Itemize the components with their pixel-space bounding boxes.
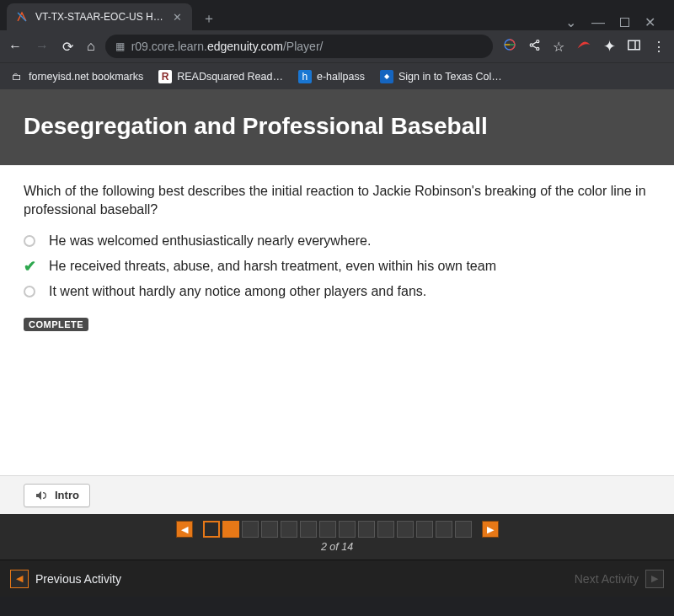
folder-icon: 🗀 <box>10 70 24 83</box>
bookmark-ehallpass[interactable]: h e-hallpass <box>298 70 365 83</box>
svg-rect-4 <box>629 40 640 50</box>
answer-option-b[interactable]: ✔ He received threats, abuse, and harsh … <box>24 257 650 276</box>
page-indicator-7[interactable] <box>319 521 336 538</box>
lesson-header: Desegregation and Professional Baseball <box>0 89 674 165</box>
browser-toolbar: ← → ⟳ ⌂ ▦ r09.core.learn.edgenuity.com/P… <box>0 30 674 62</box>
radio-icon <box>24 235 35 247</box>
site-info-icon[interactable]: ▦ <box>115 40 125 52</box>
page-indicator-3[interactable] <box>242 521 259 538</box>
chevron-right-icon: ▶ <box>645 570 664 588</box>
page-indicator-1[interactable] <box>203 521 220 538</box>
page-indicator-6[interactable] <box>300 521 317 538</box>
extensions-icon[interactable]: ✦ <box>603 37 616 56</box>
question-panel: Which of the following best describes th… <box>0 165 674 475</box>
page-navigator: ◀ ▶ 2 of 14 <box>0 514 674 560</box>
tab-favicon <box>15 10 29 24</box>
google-icon[interactable] <box>503 38 516 55</box>
page-title: Desegregation and Professional Baseball <box>24 113 650 140</box>
panel-icon[interactable] <box>628 39 640 54</box>
intro-bar: Intro <box>0 475 674 514</box>
answer-options: He was welcomed enthusiastically nearly … <box>24 233 650 299</box>
check-icon: ✔ <box>24 257 35 276</box>
url-text: r09.core.learn.edgenuity.com/Player/ <box>131 40 324 53</box>
pager-caption: 2 of 14 <box>321 541 353 553</box>
bookmark-label: e-hallpass <box>317 71 365 83</box>
close-icon[interactable]: ✕ <box>170 11 184 24</box>
share-icon[interactable] <box>528 39 541 55</box>
bookmark-folder-forneyisd[interactable]: 🗀 forneyisd.net bookmarks <box>10 70 143 83</box>
page-indicator-10[interactable] <box>377 521 394 538</box>
answer-option-a[interactable]: He was welcomed enthusiastically nearly … <box>24 233 650 249</box>
answer-label: He was welcomed enthusiastically nearly … <box>49 233 371 249</box>
page-indicator-2[interactable] <box>222 521 239 538</box>
complete-badge: COMPLETE <box>24 318 88 331</box>
minimize-icon[interactable]: — <box>591 15 605 30</box>
activity-footer: ◀ Previous Activity Next Activity ▶ <box>0 560 674 597</box>
radio-icon <box>24 286 35 297</box>
page-indicator-13[interactable] <box>436 521 452 538</box>
bookmark-label: READsquared Read… <box>177 71 283 83</box>
page-indicator-12[interactable] <box>416 521 433 538</box>
page-indicator-4[interactable] <box>261 521 278 538</box>
bookmark-label: forneyisd.net bookmarks <box>29 71 143 83</box>
chevron-down-icon[interactable]: ⌄ <box>565 14 576 30</box>
forward-icon[interactable]: → <box>35 39 49 54</box>
bookmark-favicon: R <box>158 70 172 83</box>
bookmarks-bar: 🗀 forneyisd.net bookmarks R READsquared … <box>0 62 674 89</box>
page-indicator-5[interactable] <box>281 521 297 538</box>
intro-button[interactable]: Intro <box>24 484 90 507</box>
back-icon[interactable]: ← <box>8 39 22 54</box>
bookmark-label: Sign in to Texas Col… <box>399 71 502 83</box>
reload-icon[interactable]: ⟳ <box>62 39 73 55</box>
bookmark-favicon: ◆ <box>380 70 393 83</box>
window-controls: ⌄ — ✕ <box>565 14 667 30</box>
answer-label: He received threats, abuse, and harsh tr… <box>49 259 496 274</box>
previous-activity-label: Previous Activity <box>35 572 121 586</box>
next-activity-button: Next Activity ▶ <box>575 570 664 588</box>
answer-label: It went without hardly any notice among … <box>49 284 426 299</box>
pager-next-button[interactable]: ▶ <box>482 521 499 538</box>
page-indicator-8[interactable] <box>339 521 356 538</box>
chevron-left-icon: ◀ <box>10 570 29 588</box>
bookmark-texas-college[interactable]: ◆ Sign in to Texas Col… <box>380 70 502 83</box>
next-activity-label: Next Activity <box>575 572 639 586</box>
menu-icon[interactable]: ⋮ <box>652 39 666 55</box>
pager-prev-button[interactable]: ◀ <box>176 521 193 538</box>
browser-tab[interactable]: VT-TX-STAAR-EOC-US History - In ✕ <box>7 3 192 30</box>
browser-tab-strip: VT-TX-STAAR-EOC-US History - In ✕ ＋ ⌄ — … <box>0 0 674 30</box>
home-icon[interactable]: ⌂ <box>87 39 95 54</box>
tab-title: VT-TX-STAAR-EOC-US History - In <box>35 11 163 23</box>
star-icon[interactable]: ☆ <box>553 39 564 55</box>
page-indicator-11[interactable] <box>397 521 414 538</box>
answer-option-c[interactable]: It went without hardly any notice among … <box>24 284 650 299</box>
swoosh-extension-icon[interactable] <box>576 39 591 54</box>
new-tab-button[interactable]: ＋ <box>197 7 221 30</box>
bookmark-favicon: h <box>298 70 312 83</box>
intro-label: Intro <box>55 489 79 501</box>
bookmark-readsquared[interactable]: R READsquared Read… <box>158 70 283 83</box>
speaker-icon <box>35 489 48 502</box>
page-indicator-14[interactable] <box>455 521 472 538</box>
maximize-icon[interactable] <box>620 18 629 27</box>
window-close-icon[interactable]: ✕ <box>645 14 655 30</box>
page-indicator-9[interactable] <box>358 521 375 538</box>
address-bar[interactable]: ▦ r09.core.learn.edgenuity.com/Player/ <box>105 35 493 58</box>
question-text: Which of the following best describes th… <box>24 182 650 218</box>
previous-activity-button[interactable]: ◀ Previous Activity <box>10 570 121 588</box>
